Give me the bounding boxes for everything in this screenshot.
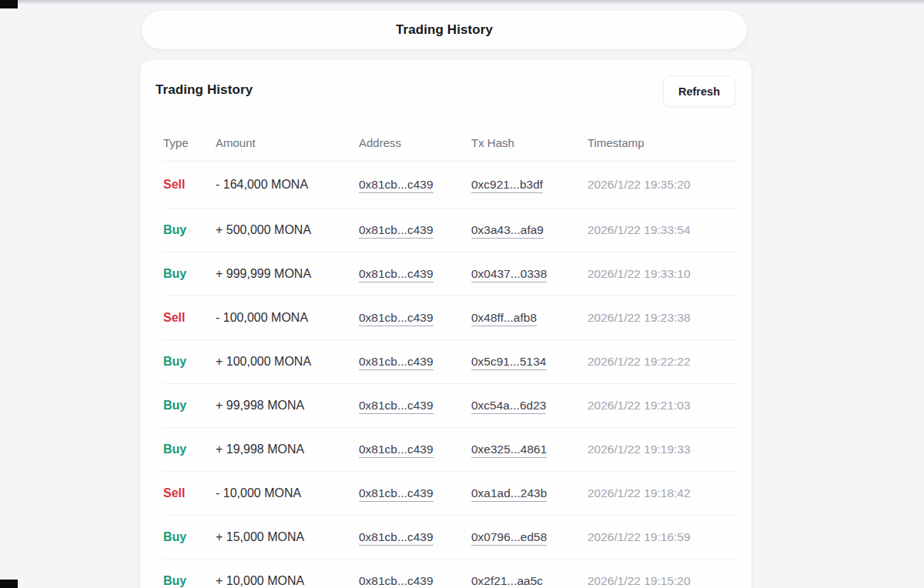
trade-address-cell: 0x81cb...c439: [359, 223, 471, 237]
address-link[interactable]: 0x81cb...c439: [359, 530, 434, 546]
trade-type: Buy: [163, 355, 216, 369]
column-header-amount: Amount: [216, 136, 359, 149]
trade-type: Sell: [163, 178, 216, 192]
trading-history-card: Trading History Refresh TypeAmountAddres…: [140, 60, 752, 588]
trade-address-cell: 0x81cb...c439: [359, 399, 471, 413]
trade-timestamp: 2026/1/22 19:16:59: [588, 530, 739, 544]
trade-amount: - 100,000 MONA: [216, 311, 359, 325]
trade-amount: + 99,998 MONA: [216, 399, 359, 413]
trade-timestamp: 2026/1/22 19:33:54: [588, 223, 739, 237]
tx-hash-link[interactable]: 0xc54a...6d23: [471, 399, 546, 414]
trade-amount: + 10,000 MONA: [216, 574, 359, 588]
trade-timestamp: 2026/1/22 19:35:20: [588, 178, 739, 192]
trade-txhash-cell: 0x3a43...afa9: [471, 223, 588, 237]
table-row: Buy+ 19,998 MONA0x81cb...c4390xe325...48…: [163, 428, 739, 472]
address-link[interactable]: 0x81cb...c439: [359, 223, 434, 239]
trade-address-cell: 0x81cb...c439: [359, 574, 471, 588]
trade-amount: + 15,000 MONA: [216, 530, 359, 544]
trade-type: Buy: [163, 443, 216, 456]
trade-txhash-cell: 0xa1ad...243b: [471, 486, 588, 500]
trade-amount: - 164,000 MONA: [216, 178, 359, 192]
tx-hash-link[interactable]: 0x3a43...afa9: [471, 223, 544, 239]
table-row: Buy+ 10,000 MONA0x81cb...c4390x2f21...aa…: [163, 560, 739, 588]
bottom-left-corner-mark: [0, 580, 18, 588]
trading-history-table: TypeAmountAddressTx HashTimestamp Sell- …: [163, 125, 739, 588]
trade-amount: + 999,999 MONA: [216, 267, 359, 281]
tx-hash-link[interactable]: 0x5c91...5134: [471, 355, 546, 370]
trade-txhash-cell: 0x0437...0338: [471, 267, 588, 281]
address-link[interactable]: 0x81cb...c439: [359, 355, 434, 370]
trade-timestamp: 2026/1/22 19:19:33: [588, 443, 739, 456]
table-row: Buy+ 15,000 MONA0x81cb...c4390x0796...ed…: [163, 516, 739, 560]
trade-address-cell: 0x81cb...c439: [359, 486, 471, 500]
tx-hash-link[interactable]: 0xa1ad...243b: [471, 486, 547, 502]
table-body: Sell- 164,000 MONA0x81cb...c4390xc921...…: [163, 162, 739, 588]
column-header-type: Type: [163, 136, 216, 149]
tx-hash-link[interactable]: 0xc921...b3df: [471, 178, 543, 193]
trade-type: Sell: [163, 486, 216, 500]
column-header-time: Timestamp: [588, 136, 739, 149]
trade-timestamp: 2026/1/22 19:21:03: [588, 399, 739, 413]
table-row: Buy+ 999,999 MONA0x81cb...c4390x0437...0…: [163, 252, 739, 296]
column-header-address: Address: [359, 136, 471, 149]
trade-type: Buy: [163, 399, 216, 413]
trade-type: Buy: [163, 223, 216, 237]
trade-amount: - 10,000 MONA: [216, 486, 359, 500]
trade-txhash-cell: 0x2f21...aa5c: [471, 574, 588, 588]
table-row: Sell- 10,000 MONA0x81cb...c4390xa1ad...2…: [163, 472, 739, 516]
address-link[interactable]: 0x81cb...c439: [359, 574, 434, 588]
tx-hash-link[interactable]: 0x48ff...afb8: [471, 311, 537, 326]
trade-address-cell: 0x81cb...c439: [359, 311, 471, 325]
trade-timestamp: 2026/1/22 19:33:10: [588, 267, 739, 281]
trade-type: Buy: [163, 267, 216, 281]
trade-timestamp: 2026/1/22 19:15:20: [588, 574, 739, 588]
table-header-row: TypeAmountAddressTx HashTimestamp: [163, 125, 739, 162]
trade-type: Sell: [163, 311, 216, 325]
top-shadow: [0, 0, 924, 5]
trade-address-cell: 0x81cb...c439: [359, 355, 471, 369]
trade-txhash-cell: 0xe325...4861: [471, 443, 588, 456]
tx-hash-link[interactable]: 0x2f21...aa5c: [471, 574, 543, 588]
address-link[interactable]: 0x81cb...c439: [359, 486, 434, 502]
address-link[interactable]: 0x81cb...c439: [359, 311, 434, 326]
table-row: Sell- 100,000 MONA0x81cb...c4390x48ff...…: [163, 296, 739, 340]
trade-txhash-cell: 0xc54a...6d23: [471, 399, 588, 413]
trade-address-cell: 0x81cb...c439: [359, 443, 471, 456]
page-title: Trading History: [396, 22, 493, 38]
trade-txhash-cell: 0x48ff...afb8: [471, 311, 588, 325]
card-title: Trading History: [156, 82, 253, 98]
address-link[interactable]: 0x81cb...c439: [359, 443, 434, 458]
trade-type: Buy: [163, 530, 216, 544]
address-link[interactable]: 0x81cb...c439: [359, 267, 434, 282]
top-left-corner-mark: [0, 0, 18, 8]
table-row: Buy+ 500,000 MONA0x81cb...c4390x3a43...a…: [163, 209, 739, 252]
trade-type: Buy: [163, 574, 216, 588]
table-row: Sell- 164,000 MONA0x81cb...c4390xc921...…: [163, 162, 739, 209]
trade-address-cell: 0x81cb...c439: [359, 178, 471, 192]
tx-hash-link[interactable]: 0x0437...0338: [471, 267, 547, 282]
trade-address-cell: 0x81cb...c439: [359, 267, 471, 281]
refresh-button[interactable]: Refresh: [663, 75, 735, 107]
trade-address-cell: 0x81cb...c439: [359, 530, 471, 544]
trade-txhash-cell: 0xc921...b3df: [471, 178, 588, 192]
trade-amount: + 500,000 MONA: [216, 223, 359, 237]
trade-amount: + 100,000 MONA: [216, 355, 359, 369]
address-link[interactable]: 0x81cb...c439: [359, 178, 434, 193]
page-title-pill: Trading History: [142, 11, 747, 49]
column-header-hash: Tx Hash: [471, 136, 588, 149]
trade-amount: + 19,998 MONA: [216, 443, 359, 456]
table-row: Buy+ 99,998 MONA0x81cb...c4390xc54a...6d…: [163, 384, 739, 428]
tx-hash-link[interactable]: 0xe325...4861: [471, 443, 547, 458]
trade-timestamp: 2026/1/22 19:22:22: [588, 355, 739, 369]
trade-txhash-cell: 0x0796...ed58: [471, 530, 588, 544]
trade-txhash-cell: 0x5c91...5134: [471, 355, 588, 369]
trade-timestamp: 2026/1/22 19:18:42: [588, 486, 739, 500]
tx-hash-link[interactable]: 0x0796...ed58: [471, 530, 547, 546]
page-viewport: Trading History Trading History Refresh …: [0, 0, 924, 588]
trade-timestamp: 2026/1/22 19:23:38: [588, 311, 739, 325]
address-link[interactable]: 0x81cb...c439: [359, 399, 434, 414]
table-row: Buy+ 100,000 MONA0x81cb...c4390x5c91...5…: [163, 340, 739, 384]
